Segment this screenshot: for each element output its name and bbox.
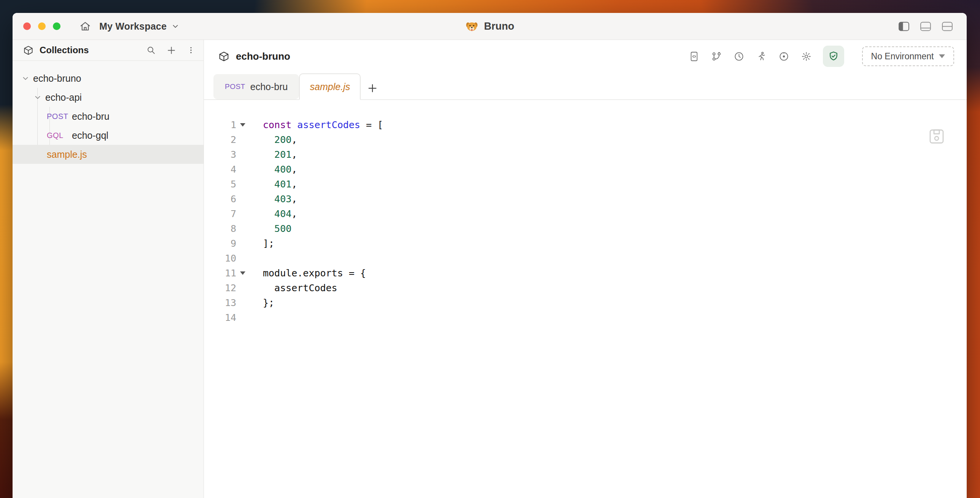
toolbar-actions: No Environment <box>689 46 954 67</box>
close-window-button[interactable] <box>23 22 31 30</box>
line-number: 13 <box>204 295 236 310</box>
kebab-menu-icon[interactable] <box>187 46 195 55</box>
code-line[interactable]: 10 <box>204 251 967 266</box>
line-number: 6 <box>204 192 236 206</box>
line-number: 9 <box>204 236 236 251</box>
line-number: 8 <box>204 221 236 236</box>
tree-item-label: echo-bruno <box>33 73 81 84</box>
tab-label: echo-bru <box>250 81 288 92</box>
collections-tree: echo-bruno echo-api POST echo-bru GQL ec… <box>13 61 204 498</box>
chevron-down-icon[interactable] <box>21 74 30 82</box>
security-shield-check-icon[interactable] <box>823 46 844 67</box>
runner-icon[interactable] <box>756 51 767 62</box>
bruno-app-window: My Workspace Bruno <box>13 13 967 498</box>
code-line[interactable]: 8 500 <box>204 221 967 236</box>
home-icon[interactable] <box>80 21 91 32</box>
tree-item-label: echo-bru <box>72 111 110 122</box>
file-code-icon[interactable] <box>689 51 699 62</box>
app-title: Bruno <box>484 21 514 32</box>
code-line[interactable]: 5 401, <box>204 177 967 192</box>
line-number: 10 <box>204 251 236 266</box>
line-number: 4 <box>204 162 236 177</box>
caret-down-icon <box>939 54 945 58</box>
line-number: 12 <box>204 281 236 295</box>
workspace-selector[interactable]: My Workspace <box>99 21 180 32</box>
tree-item-request[interactable]: POST echo-bru <box>13 107 204 126</box>
bruno-dog-logo-icon <box>465 19 479 33</box>
tree-item-folder[interactable]: echo-api <box>13 88 204 107</box>
history-clock-icon[interactable] <box>734 51 744 62</box>
line-number: 7 <box>204 206 236 221</box>
collection-toolbar: echo-bruno <box>204 40 967 73</box>
collection-cube-icon <box>218 51 229 62</box>
line-number: 5 <box>204 177 236 192</box>
environment-selector[interactable]: No Environment <box>862 46 954 66</box>
zoom-window-button[interactable] <box>53 22 60 30</box>
code-line[interactable]: 13 }; <box>204 295 967 310</box>
method-badge-gql: GQL <box>47 131 72 140</box>
collections-title: Collections <box>40 45 89 56</box>
code-line[interactable]: 3 201, <box>204 147 967 162</box>
workspace-name: My Workspace <box>99 21 167 32</box>
git-branch-icon[interactable] <box>711 51 722 62</box>
environment-label: No Environment <box>871 51 934 62</box>
search-icon[interactable] <box>146 46 156 55</box>
fold-toggle[interactable] <box>236 266 249 281</box>
code-editor[interactable]: 1 const assertCodes = [ 2 200, 3 201, 4 <box>204 100 967 498</box>
chevron-down-icon[interactable] <box>33 93 42 102</box>
tree-item-label: echo-api <box>45 92 82 103</box>
tree-item-label: echo-gql <box>72 130 108 141</box>
settings-gear-icon[interactable] <box>801 51 811 62</box>
split-horizontal-icon[interactable] <box>942 21 953 32</box>
code-line[interactable]: 12 assertCodes <box>204 281 967 295</box>
sidebar: Collections <box>13 40 204 498</box>
titlebar: My Workspace Bruno <box>13 13 967 40</box>
minimize-window-button[interactable] <box>38 22 46 30</box>
fold-open-icon <box>240 271 245 275</box>
chevron-down-icon <box>171 22 180 30</box>
code-line[interactable]: 11 module.exports = { <box>204 266 967 281</box>
code-line[interactable]: 4 400, <box>204 162 967 177</box>
line-number: 2 <box>204 132 236 147</box>
collections-header: Collections <box>13 40 204 61</box>
tab-bar: POST echo-bru sample.js <box>204 73 967 100</box>
app-body: Collections <box>13 40 967 498</box>
tree-item-request[interactable]: GQL echo-gql <box>13 126 204 145</box>
window-controls <box>23 22 60 30</box>
toggle-bottom-panel-icon[interactable] <box>920 21 931 32</box>
line-number: 3 <box>204 147 236 162</box>
titlebar-layout-buttons <box>898 21 953 32</box>
main-panel: echo-bruno <box>204 40 967 498</box>
line-number: 14 <box>204 310 236 325</box>
save-file-icon[interactable] <box>928 127 946 146</box>
line-number: 11 <box>204 266 236 281</box>
eye-icon[interactable] <box>779 51 789 62</box>
collections-actions <box>146 45 195 56</box>
line-number: 1 <box>204 117 236 132</box>
toggle-left-sidebar-icon[interactable] <box>898 21 910 32</box>
collection-name: echo-bruno <box>236 51 290 62</box>
tab-label: sample.js <box>310 81 350 92</box>
method-badge-post: POST <box>47 112 72 121</box>
tab-sample-js-active[interactable]: sample.js <box>299 73 361 100</box>
tree-item-file-selected[interactable]: sample.js <box>13 145 204 164</box>
tree-item-label: sample.js <box>47 149 87 160</box>
fold-open-icon <box>240 123 245 127</box>
tab-echo-bru[interactable]: POST echo-bru <box>213 74 299 99</box>
code-line[interactable]: 7 404, <box>204 206 967 221</box>
code-line[interactable]: 9 ]; <box>204 236 967 251</box>
app-title-group: Bruno <box>465 19 514 33</box>
code-line[interactable]: 1 const assertCodes = [ <box>204 117 967 132</box>
fold-toggle[interactable] <box>236 117 249 132</box>
add-collection-icon[interactable] <box>166 45 177 56</box>
code-line[interactable]: 14 <box>204 310 967 325</box>
code-line[interactable]: 2 200, <box>204 132 967 147</box>
tree-item-collection[interactable]: echo-bruno <box>13 69 204 88</box>
collections-cube-icon <box>23 45 33 56</box>
new-tab-button[interactable] <box>367 82 378 94</box>
method-badge-post: POST <box>225 82 245 91</box>
code-line[interactable]: 6 403, <box>204 192 967 206</box>
